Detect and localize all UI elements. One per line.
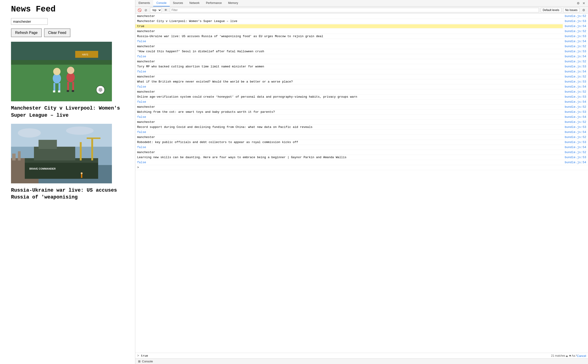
console-row: manchesterbundle.js:52 bbox=[135, 120, 588, 125]
console-row-source[interactable]: bundle.js:52 bbox=[563, 45, 588, 48]
console-row-source[interactable]: bundle.js:53 bbox=[563, 50, 588, 53]
console-row-source[interactable]: bundle.js:53 bbox=[563, 140, 588, 144]
tab-sources[interactable]: Sources bbox=[170, 0, 186, 6]
settings-icon[interactable]: ⚙ bbox=[576, 1, 581, 6]
refresh-page-button[interactable]: Refresh Page bbox=[11, 28, 42, 37]
console-row: ‘How could this happen?’ Seoul in disbel… bbox=[135, 49, 588, 54]
console-row-source[interactable]: bundle.js:52 bbox=[563, 29, 588, 33]
console-row-source[interactable]: bundle.js:52 bbox=[563, 60, 588, 64]
close-devtools-icon[interactable]: ✕ bbox=[581, 1, 586, 6]
svg-rect-29 bbox=[91, 137, 93, 160]
console-filter-input[interactable] bbox=[170, 8, 539, 12]
svg-text:BRAVE COMMANDER: BRAVE COMMANDER bbox=[29, 167, 56, 170]
svg-rect-14 bbox=[67, 90, 69, 92]
svg-text:HAYS: HAYS bbox=[82, 53, 88, 56]
tab-memory[interactable]: Memory bbox=[225, 0, 241, 6]
console-row-content: Learning new skills can be daunting. Her… bbox=[135, 156, 563, 159]
console-row-source[interactable]: bundle.js:53 bbox=[563, 80, 588, 84]
match-case-button[interactable]: Aa bbox=[572, 354, 575, 357]
console-row-source[interactable]: bundle.js:53 bbox=[563, 95, 588, 99]
console-tab-label: Console bbox=[142, 360, 153, 363]
tab-performance[interactable]: Performance bbox=[203, 0, 225, 6]
article-image-ship: BRAVE COMMANDER bbox=[11, 124, 112, 183]
match-prev-icon[interactable]: ▲ bbox=[565, 354, 568, 358]
regex-button[interactable]: .* bbox=[575, 354, 577, 357]
article-title-2: Russia-Ukraine war live: US accuses Russ… bbox=[11, 187, 124, 201]
console-row-source[interactable]: bundle.js:54 bbox=[563, 55, 588, 58]
console-row-source[interactable]: bundle.js:52 bbox=[563, 14, 588, 18]
console-row: falsebundle.js:54 bbox=[135, 145, 588, 150]
console-row-content: false bbox=[135, 39, 563, 43]
devtools-tab-bar: Elements Console Sources Network Perform… bbox=[135, 0, 588, 7]
action-buttons: Refresh Page Clear Feed bbox=[11, 28, 124, 37]
console-row-content: false bbox=[135, 115, 563, 119]
bottom-tab-bar: ⊞ Console bbox=[135, 358, 588, 364]
console-toolbar: 🚫 ⊘ top 👁 Default levels No Issues ⚙ bbox=[135, 7, 588, 14]
terminal-icon: ⊞ bbox=[138, 360, 141, 363]
svg-point-35 bbox=[18, 128, 41, 137]
context-selector[interactable]: top bbox=[150, 7, 162, 13]
console-row: Russia–Ukraine war live: US accuses Russ… bbox=[135, 34, 588, 39]
console-row-source[interactable]: bundle.js:53 bbox=[563, 19, 588, 23]
console-output[interactable]: manchesterbundle.js:52Manchester City v … bbox=[135, 14, 588, 353]
console-row-content: Online age-verification system could cre… bbox=[135, 95, 563, 99]
console-row-source[interactable]: bundle.js:54 bbox=[563, 145, 588, 149]
filter-icon[interactable]: ⊘ bbox=[144, 8, 148, 12]
clear-feed-button[interactable]: Clear Feed bbox=[44, 28, 70, 37]
tab-network[interactable]: Network bbox=[186, 0, 203, 6]
match-next-icon[interactable]: ▼ bbox=[568, 354, 572, 358]
console-row-source[interactable]: bundle.js:52 bbox=[563, 135, 588, 139]
console-row: Watching from the cot: are smart toys an… bbox=[135, 110, 588, 115]
console-row-content: manchester bbox=[135, 135, 563, 139]
tab-console[interactable]: Console bbox=[153, 0, 170, 6]
console-row-source[interactable]: bundle.js:53 bbox=[563, 34, 588, 38]
console-row-source[interactable]: bundle.js:52 bbox=[563, 75, 588, 79]
console-cursor-row: > bbox=[135, 165, 588, 170]
console-row: Tory MP who backed cutting abortion time… bbox=[135, 64, 588, 69]
eye-icon[interactable]: 👁 bbox=[163, 8, 168, 12]
console-row-source[interactable]: bundle.js:54 bbox=[563, 70, 588, 74]
console-row-content: manchester bbox=[135, 60, 563, 64]
svg-rect-13 bbox=[72, 82, 74, 91]
console-bottom-tab[interactable]: ⊞ Console bbox=[138, 360, 153, 363]
svg-point-34 bbox=[81, 172, 83, 174]
console-row-source[interactable]: bundle.js:52 bbox=[563, 150, 588, 154]
tab-elements[interactable]: Elements bbox=[135, 0, 153, 6]
console-row: falsebundle.js:54 bbox=[135, 69, 588, 74]
console-prompt: > bbox=[137, 354, 139, 358]
console-row-source[interactable]: bundle.js:53 bbox=[563, 110, 588, 114]
console-row-content: manchester bbox=[135, 45, 563, 48]
console-row-source[interactable]: bundle.js:54 bbox=[563, 115, 588, 119]
console-row-source[interactable]: bundle.js:54 bbox=[563, 130, 588, 134]
svg-rect-6 bbox=[53, 83, 55, 91]
console-row-source[interactable]: bundle.js:53 bbox=[563, 125, 588, 129]
console-row-source[interactable]: bundle.js:54 bbox=[563, 100, 588, 104]
ship-image-svg: BRAVE COMMANDER bbox=[11, 124, 112, 183]
svg-rect-30 bbox=[87, 137, 100, 139]
default-levels-button[interactable]: Default levels bbox=[541, 8, 562, 12]
console-expression-input[interactable] bbox=[141, 354, 551, 358]
cancel-search-button[interactable]: Cancel bbox=[577, 354, 586, 358]
no-issues-button[interactable]: No Issues bbox=[563, 8, 580, 12]
console-row-source[interactable]: bundle.js:53 bbox=[563, 65, 588, 69]
console-row-content: true bbox=[135, 24, 563, 28]
search-input[interactable]: manchester bbox=[11, 18, 48, 25]
console-row-content: manchester bbox=[135, 120, 563, 124]
clear-console-icon[interactable]: 🚫 bbox=[137, 8, 142, 12]
article-item: HAYS Manchester City v Liverpool: Women'… bbox=[11, 42, 124, 119]
console-row-source[interactable]: bundle.js:54 bbox=[563, 160, 588, 164]
console-row-source[interactable]: bundle.js:54 bbox=[563, 24, 588, 28]
settings2-icon[interactable]: ⚙ bbox=[581, 8, 586, 12]
console-row-source[interactable]: bundle.js:52 bbox=[563, 105, 588, 109]
svg-point-36 bbox=[66, 127, 94, 135]
console-row-source[interactable]: bundle.js:52 bbox=[563, 90, 588, 94]
article-title-1: Manchester City v Liverpool: Women's Sup… bbox=[11, 105, 124, 119]
console-row-source[interactable]: bundle.js:54 bbox=[563, 39, 588, 43]
console-row-source[interactable]: bundle.js:53 bbox=[563, 156, 588, 159]
console-row-source[interactable]: bundle.js:54 bbox=[563, 85, 588, 89]
console-row-content: Robodebt: key public officials and debt … bbox=[135, 140, 563, 144]
console-row-source[interactable]: bundle.js:52 bbox=[563, 120, 588, 124]
console-row-content: manchester bbox=[135, 29, 563, 33]
console-row: falsebundle.js:54 bbox=[135, 39, 588, 44]
console-row-content: Watching from the cot: are smart toys an… bbox=[135, 110, 563, 114]
